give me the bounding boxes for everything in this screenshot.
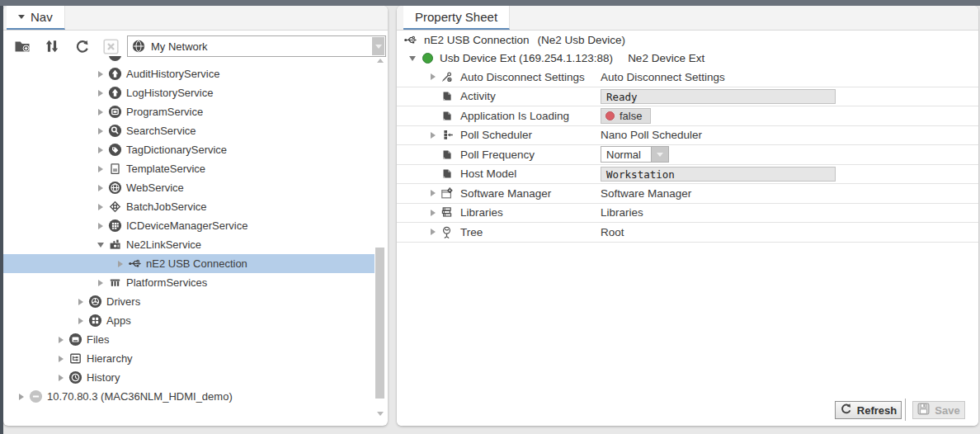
- property-sheet-panel: Property Sheet nE2 USB Connection (Ne2 U…: [397, 6, 978, 426]
- scroll-down-icon[interactable]: [377, 412, 384, 416]
- expand-toggle[interactable]: [427, 190, 438, 196]
- property-root-title: nE2 USB Connection: [424, 34, 530, 46]
- property-row-poll-frequency: Poll FrequencyNormal: [397, 145, 978, 165]
- tree-item-label: Drivers: [106, 295, 140, 308]
- network-select-dropdown-button[interactable]: [372, 37, 384, 55]
- nav-tree-scrollbar[interactable]: [375, 56, 386, 422]
- refresh-icon[interactable]: [73, 37, 91, 55]
- tree-item-templateservice[interactable]: TemplateService: [3, 159, 375, 178]
- tree-item-searchservice[interactable]: SearchService: [3, 121, 375, 140]
- tree-item-files[interactable]: Files: [3, 330, 375, 349]
- tree-item-label: Ne2LinkService: [126, 238, 201, 251]
- tree-item-apps[interactable]: Apps: [3, 311, 375, 330]
- svc-tag-icon: [107, 143, 122, 157]
- chevron-right-icon: [59, 375, 64, 381]
- close-icon[interactable]: [101, 37, 120, 55]
- tree-item-hierarchy[interactable]: Hierarchy: [3, 349, 375, 368]
- tree-item-icdevicemanagerservice[interactable]: ICDeviceManagerService: [3, 216, 375, 235]
- expand-toggle[interactable]: [55, 356, 66, 362]
- tree-item-audithistoryservice[interactable]: AuditHistoryService: [3, 64, 375, 83]
- property-tabstrip: Property Sheet: [397, 6, 978, 31]
- expand-toggle[interactable]: [115, 261, 125, 267]
- expand-toggle[interactable]: [95, 243, 106, 248]
- tree-item-platformservices[interactable]: PlatformServices: [3, 273, 375, 292]
- tree-item-label: SearchService: [126, 125, 196, 137]
- svc-batchjob-icon: [107, 200, 122, 214]
- tree-item-tagdictionaryservice[interactable]: TagDictionaryService: [3, 140, 375, 159]
- poll-frequency-select[interactable]: Normal: [601, 146, 669, 163]
- refresh-button[interactable]: Refresh: [835, 401, 902, 419]
- station-offline-icon: [28, 389, 43, 403]
- prop-page-icon: [439, 167, 455, 181]
- tree-item-10-70-80-3-mac36nlm-hdmi-demo[interactable]: 10.70.80.3 (MAC36NLM_HDMI_demo): [3, 387, 375, 406]
- expand-toggle[interactable]: [427, 210, 438, 216]
- tab-property-sheet[interactable]: Property Sheet: [403, 6, 510, 30]
- expand-toggle[interactable]: [95, 147, 106, 153]
- tree-item-label: ICDeviceManagerService: [126, 219, 247, 232]
- tab-property-sheet-label: Property Sheet: [415, 10, 497, 24]
- expand-toggle[interactable]: [75, 299, 86, 305]
- tree-item-ne2linkservice[interactable]: Ne2LinkService: [3, 235, 375, 254]
- network-select[interactable]: My Network: [127, 35, 386, 57]
- tree-item-ne2-usb-connection[interactable]: nE2 USB Connection: [3, 254, 375, 273]
- prop-page-icon: [439, 89, 455, 103]
- expand-toggle[interactable]: [427, 73, 438, 80]
- tab-nav[interactable]: Nav: [7, 6, 65, 30]
- usb-icon: [403, 33, 417, 47]
- chevron-right-icon: [98, 166, 103, 172]
- tree-item-label: TemplateService: [126, 163, 205, 175]
- expand-toggle[interactable]: [95, 128, 106, 134]
- property-row-tree: TreeRoot: [397, 223, 978, 243]
- tree-item-partial[interactable]: [3, 56, 375, 64]
- expand-toggle[interactable]: [55, 337, 66, 343]
- expand-toggle[interactable]: [95, 71, 106, 78]
- chevron-right-icon: [98, 147, 103, 153]
- expand-toggle[interactable]: [427, 229, 438, 235]
- chevron-down-icon: [97, 243, 104, 248]
- chevron-right-icon: [19, 394, 24, 400]
- expand-toggle[interactable]: [407, 56, 417, 61]
- tree-item-label: Apps: [106, 314, 131, 327]
- tree-item-loghistoryservice[interactable]: LogHistoryService: [3, 83, 375, 102]
- poll-frequency-select-dropdown-button[interactable]: [652, 146, 669, 163]
- scrollbar-thumb[interactable]: [375, 248, 384, 399]
- chevron-right-icon: [98, 71, 103, 78]
- tree-item-drivers[interactable]: Drivers: [3, 292, 375, 311]
- expand-toggle[interactable]: [95, 109, 106, 116]
- expand-toggle[interactable]: [95, 185, 106, 191]
- auto-disconnect-settings-label: Auto Disconnect Settings: [460, 71, 585, 83]
- property-row-application-is-loading: Application Is Loadingfalse: [397, 106, 978, 126]
- expand-toggle[interactable]: [95, 90, 106, 97]
- chevron-right-icon: [118, 261, 123, 267]
- scroll-up-icon[interactable]: [377, 59, 384, 63]
- property-row-poll-scheduler: Poll SchedulerNano Poll Scheduler: [397, 126, 978, 146]
- tab-menu-caret-icon[interactable]: [18, 15, 25, 19]
- svc-history-icon: [107, 67, 122, 81]
- expand-toggle[interactable]: [427, 132, 438, 139]
- window-top-bar: [0, 0, 980, 6]
- sort-icon[interactable]: [43, 37, 61, 55]
- expand-toggle[interactable]: [16, 394, 26, 400]
- chevron-right-icon: [78, 318, 83, 324]
- chevron-right-icon: [98, 90, 103, 97]
- chevron-right-icon: [59, 337, 64, 343]
- expand-toggle[interactable]: [55, 375, 66, 381]
- tree-item-batchjobservice[interactable]: BatchJobService: [3, 197, 375, 216]
- property-row-activity: ActivityReady: [397, 87, 978, 107]
- tree-item-webservice[interactable]: WebService: [3, 178, 375, 197]
- new-folder-icon[interactable]: [13, 37, 31, 55]
- expand-toggle[interactable]: [95, 204, 106, 210]
- expand-toggle[interactable]: [75, 318, 86, 324]
- device-ext-row[interactable]: Usb Device Ext (169.254.1.123:88) Ne2 De…: [397, 49, 978, 68]
- expand-toggle[interactable]: [95, 280, 106, 286]
- tree-value: Root: [601, 226, 624, 238]
- save-button[interactable]: Save: [912, 401, 965, 419]
- poll-frequency-label: Poll Frequency: [460, 149, 535, 161]
- auto-disconnect-settings-value: Auto Disconnect Settings: [601, 71, 725, 83]
- expand-toggle[interactable]: [95, 166, 106, 172]
- host-model-value-field: Workstation: [601, 167, 836, 182]
- tree-item-history[interactable]: History: [3, 368, 375, 387]
- tree-item-programservice[interactable]: ProgramService: [3, 102, 375, 121]
- tree-item-label: BatchJobService: [126, 200, 207, 213]
- expand-toggle[interactable]: [95, 223, 106, 229]
